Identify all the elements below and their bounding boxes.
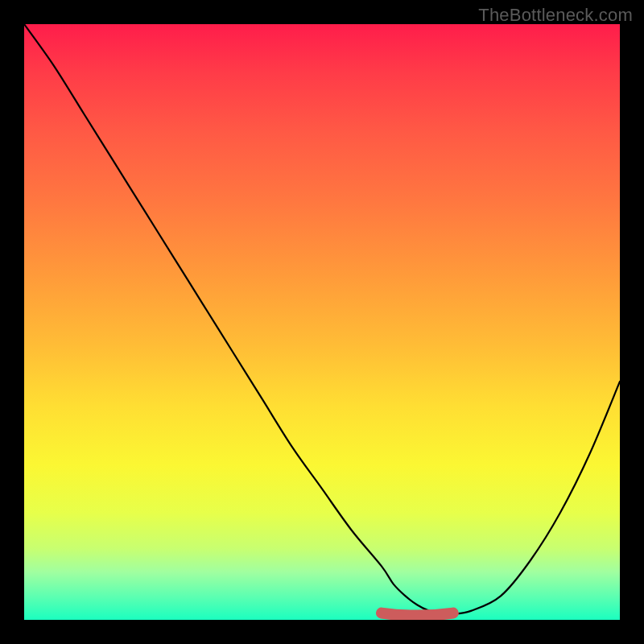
chart-frame: TheBottleneck.com <box>0 0 644 644</box>
minimum-marker <box>382 613 453 616</box>
watermark-text: TheBottleneck.com <box>478 5 633 26</box>
curve-svg <box>24 24 620 620</box>
plot-area <box>24 24 620 620</box>
bottleneck-curve <box>24 24 620 614</box>
